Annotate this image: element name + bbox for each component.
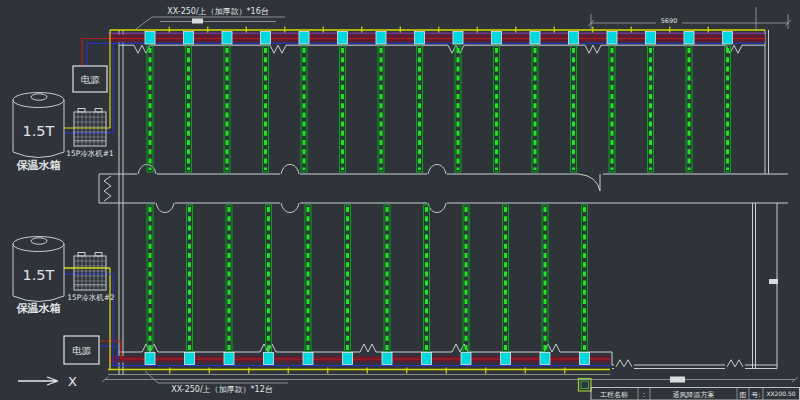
duct-fan-unit[interactable] xyxy=(224,353,234,365)
duct-fan-unit[interactable] xyxy=(299,32,309,45)
duct-fan-unit[interactable] xyxy=(382,353,392,365)
duct-fan-unit[interactable] xyxy=(723,32,733,45)
duct-fan-unit[interactable] xyxy=(607,32,617,45)
small-dim-text-blob xyxy=(192,19,203,24)
duct-fan-unit[interactable] xyxy=(145,32,155,45)
duct-fan-unit[interactable] xyxy=(338,32,348,45)
bottom-dim-text-blob xyxy=(670,377,685,383)
duct-fan-unit[interactable] xyxy=(343,353,353,365)
duct-fan-unit[interactable] xyxy=(184,32,194,45)
duct-fan-unit[interactable] xyxy=(303,353,313,365)
x-axis-label: X xyxy=(68,374,77,389)
duct-fan-unit[interactable] xyxy=(453,32,463,45)
bottom-duct-note: XX-250/上（加厚款）*12台 xyxy=(171,385,273,394)
duct-fan-unit[interactable] xyxy=(646,32,656,45)
project-name: 通风降温方案 xyxy=(673,390,715,399)
duct-fan-unit[interactable] xyxy=(501,353,511,365)
duct-fan-unit[interactable] xyxy=(580,353,590,365)
duct-fan-unit[interactable] xyxy=(569,32,579,45)
cad-canvas[interactable]: 1.5T 保温水箱 1.5T 保温水箱 15P冷水机#1 15P冷水机#2 电源… xyxy=(0,0,800,400)
canvas-background xyxy=(0,0,800,400)
duct-fan-unit[interactable] xyxy=(461,353,471,365)
duct-fan-unit[interactable] xyxy=(222,32,232,45)
drawing-no-value: XX200.50 xyxy=(766,390,795,397)
power-box2-label: 电源 xyxy=(72,345,92,356)
duct-fan-unit[interactable] xyxy=(264,353,274,365)
drawing-no-label-1: 图 xyxy=(740,391,747,399)
tank1-label: 保温水箱 xyxy=(16,159,61,172)
top-dimension-text: 5690 xyxy=(661,17,678,25)
tank2-capacity: 1.5T xyxy=(23,267,55,283)
duct-fan-unit[interactable] xyxy=(422,353,432,365)
tank1-capacity: 1.5T xyxy=(23,123,55,139)
duct-fan-unit[interactable] xyxy=(185,353,195,365)
duct-fan-unit[interactable] xyxy=(684,32,694,45)
duct-fan-unit[interactable] xyxy=(415,32,425,45)
top-duct-note: XX-250/上（加厚款）*16台 xyxy=(167,7,269,16)
duct-fan-unit[interactable] xyxy=(540,353,550,365)
duct-fan-unit[interactable] xyxy=(376,32,386,45)
right-dim-text-blob xyxy=(769,279,778,284)
title-block-colon: ： xyxy=(641,391,648,399)
duct-fan-unit[interactable] xyxy=(145,353,155,365)
tank2-label: 保温水箱 xyxy=(16,302,61,315)
duct-fan-unit[interactable] xyxy=(530,32,540,45)
chiller2-label: 15P冷水机#2 xyxy=(67,293,115,302)
duct-fan-unit[interactable] xyxy=(261,32,271,45)
drawing-no-label-2: 号: xyxy=(751,391,760,399)
duct-fan-unit[interactable] xyxy=(492,32,502,45)
chiller1-label: 15P冷水机#1 xyxy=(66,149,114,158)
title-block-field-label: 工程名称 xyxy=(600,391,628,399)
power-box1-label: 电源 xyxy=(81,74,101,85)
